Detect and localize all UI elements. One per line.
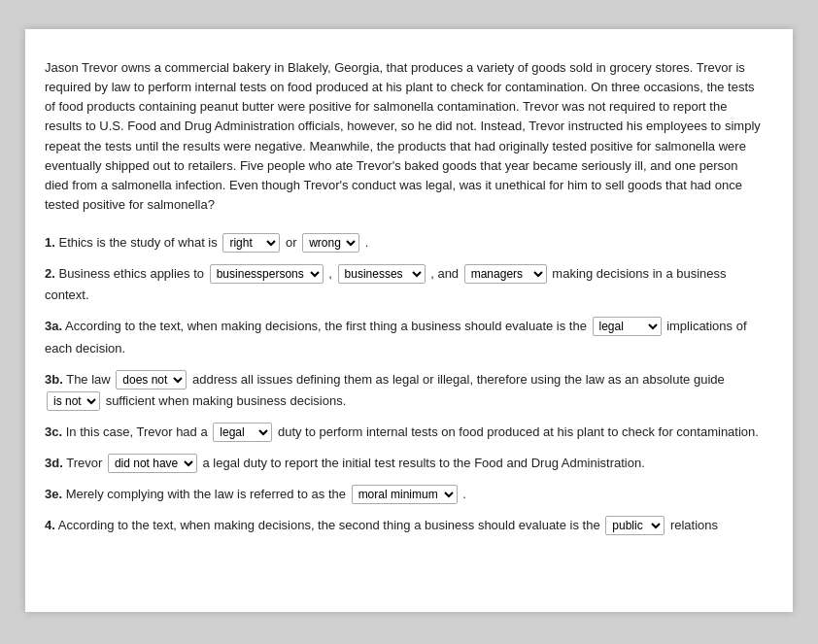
q3e-text-before: Merely complying with the law is referre… (66, 487, 346, 501)
question-3e: 3e. Merely complying with the law is ref… (45, 484, 764, 505)
q3b-text-after: sufficient when making business decision… (106, 393, 347, 408)
q3c-label: 3c. (45, 424, 62, 439)
question-3d: 3d. Trevor did not have had a legal duty… (45, 453, 764, 474)
q3d-text-after: a legal duty to report the initial test … (203, 456, 645, 470)
q1-text-middle: or (286, 235, 297, 250)
q3b-select1[interactable]: does not does (116, 370, 187, 390)
q4-select[interactable]: public ethical legal (605, 516, 665, 535)
q3c-text-after: duty to perform internal tests on food p… (278, 424, 759, 439)
q2-text-and: , and (430, 266, 462, 281)
question-2: 2. Business ethics applies to businesspe… (45, 263, 764, 306)
q1-text-before: Ethics is the study of what is (58, 235, 217, 250)
q3b-label: 3b. (45, 372, 63, 387)
q3b-text-middle: address all issues defining them as lega… (192, 372, 725, 387)
page-container: Jason Trevor owns a commercial bakery in… (25, 29, 793, 612)
q3c-select[interactable]: legal moral ethical (213, 423, 272, 442)
q3a-text-before: According to the text, when making decis… (65, 319, 587, 333)
question-3c: 3c. In this case, Trevor had a legal mor… (45, 422, 764, 443)
q3d-label: 3d. (45, 456, 63, 470)
q1-select2[interactable]: wrong right legal illegal (302, 233, 359, 253)
q1-label: 1. (45, 235, 55, 250)
q1-select1[interactable]: right wrong legal illegal (222, 233, 280, 253)
q2-comma1: , (328, 266, 335, 281)
question-3b: 3b. The law does not does address all is… (45, 369, 764, 412)
question-3a: 3a. According to the text, when making d… (45, 316, 764, 358)
q4-text-after: relations (670, 518, 718, 532)
q2-text-before: Business ethics applies to (58, 266, 204, 281)
q3e-label: 3e. (45, 487, 62, 501)
q3e-text-after: . (462, 487, 466, 501)
q3a-label: 3a. (45, 319, 62, 333)
q4-text-before: According to the text, when making decis… (58, 518, 600, 532)
q2-label: 2. (45, 266, 55, 281)
question-4: 4. According to the text, when making de… (45, 515, 764, 536)
q3b-select2[interactable]: is not is (47, 391, 100, 411)
q3b-text-before: The law (66, 372, 111, 387)
q3d-select[interactable]: did not have had (108, 454, 197, 473)
q4-label: 4. (45, 518, 55, 532)
q3c-text-before: In this case, Trevor had a (66, 424, 208, 439)
q2-select3[interactable]: managers employees owners (464, 264, 547, 284)
passage-text: Jason Trevor owns a commercial bakery in… (45, 58, 764, 215)
q2-select1[interactable]: businesspersons consumers regulators (210, 264, 324, 284)
q1-text-after: . (365, 235, 369, 250)
q3a-select[interactable]: legal ethical financial (593, 317, 662, 336)
question-1: 1. Ethics is the study of what is right … (45, 232, 764, 254)
q3e-select[interactable]: moral minimum legal standard ethical dut… (352, 485, 458, 504)
q3d-text-before: Trevor (66, 456, 102, 470)
q2-select2[interactable]: businesses individuals government (338, 264, 426, 284)
